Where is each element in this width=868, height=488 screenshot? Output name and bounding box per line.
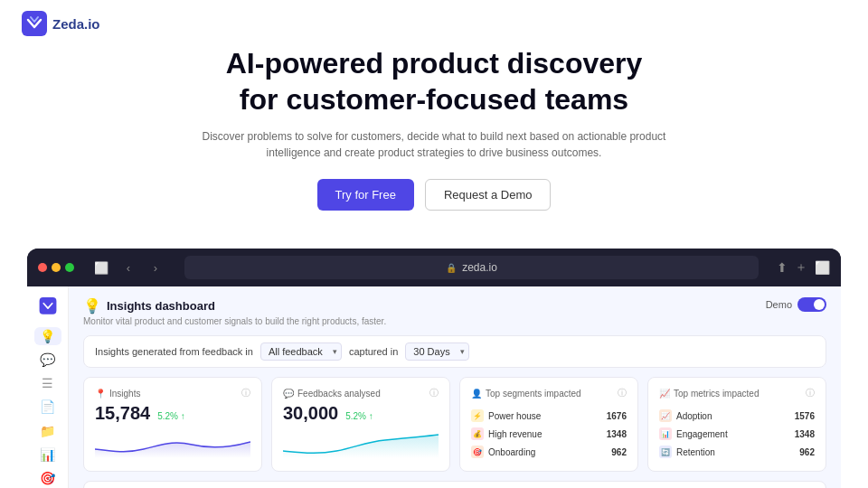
- copy-icon[interactable]: ⬜: [815, 260, 830, 275]
- feedbacks-value: 30,000: [283, 403, 338, 424]
- metric-row-adoption: 📈 Adoption 1576: [659, 407, 815, 425]
- dashboard: 💡 💬 ☰ 📄 📁 📊 🎯 📢 💡 Insights dashboard Mon…: [27, 286, 841, 488]
- highrevenue-icon: 💰: [471, 427, 484, 440]
- stats-row: 📍 Insights ⓘ 15,784 5.2% ↑: [83, 377, 826, 472]
- hero-title: AI-powered product discovery for custome…: [18, 45, 850, 117]
- metric-row-retention: 🔄 Retention 962: [659, 443, 815, 461]
- segments-icon: 👤: [471, 389, 482, 399]
- segment-row-powerhouse: ⚡ Power house 1676: [471, 407, 627, 425]
- segment-row-highrevenue: 💰 High revenue 1348: [471, 425, 627, 443]
- dashboard-title-icon: 💡: [83, 297, 101, 314]
- segments-info-icon[interactable]: ⓘ: [618, 387, 627, 399]
- feedback-filter-select[interactable]: All feedback: [260, 343, 342, 361]
- retention-icon: 🔄: [659, 446, 672, 458]
- adoption-icon: 📈: [659, 409, 672, 422]
- feedback-filter-wrap: All feedback: [260, 343, 342, 361]
- onboarding-icon: 🎯: [471, 446, 484, 458]
- metrics-card-title: 📈 Top metrics impacted: [659, 389, 759, 399]
- sidebar: 💡 💬 ☰ 📄 📁 📊 🎯 📢: [27, 286, 69, 488]
- feedbacks-icon: 💬: [283, 389, 294, 399]
- svg-rect-0: [22, 11, 47, 36]
- hero-subtitle: Discover problems to solve for customers…: [199, 128, 669, 161]
- url-text: zeda.io: [462, 261, 497, 274]
- onboarding-count: 962: [611, 447, 627, 457]
- try-free-button[interactable]: Try for Free: [317, 179, 414, 211]
- browser-toolbar: ⬜ ‹ › 🔒 zeda.io ⬆ ＋ ⬜: [27, 249, 841, 286]
- dashboard-header: 💡 Insights dashboard Monitor vital produ…: [83, 297, 826, 326]
- dashboard-title: Insights dashboard: [107, 299, 215, 313]
- metric-row-engagement: 📊 Engagement 1348: [659, 425, 815, 443]
- browser-nav-buttons: ⬜ ‹ ›: [90, 257, 166, 278]
- insights-card: 📍 Insights ⓘ 15,784 5.2% ↑: [83, 377, 262, 472]
- metric-rows: 📈 Adoption 1576 📊 Engagement 1348: [659, 407, 815, 461]
- segments-card-title: 👤 Top segments impacted: [471, 389, 581, 399]
- toggle-switch[interactable]: [797, 297, 826, 312]
- logo[interactable]: Zeda.io: [22, 11, 100, 36]
- dashboard-title-section: 💡 Insights dashboard Monitor vital produ…: [83, 297, 386, 326]
- segment-row-onboarding: 🎯 Onboarding 962: [471, 443, 627, 461]
- insights-card-title: 📍 Insights: [95, 389, 140, 399]
- segments-card: 👤 Top segments impacted ⓘ ⚡ Power house …: [459, 377, 638, 472]
- powerhouse-count: 1676: [607, 411, 627, 421]
- dashboard-subtitle: Monitor vital product and customer signa…: [83, 316, 386, 326]
- filter-bar: Insights generated from feedback in All …: [83, 335, 826, 368]
- sidebar-item-chart[interactable]: 📊: [34, 446, 61, 464]
- demo-toggle[interactable]: Demo: [766, 297, 826, 312]
- sidebar-item-feedback[interactable]: 💬: [34, 351, 61, 369]
- feedbacks-card: 💬 Feedbacks analysed ⓘ 30,000 5.2% ↑: [271, 377, 450, 472]
- back-icon[interactable]: ‹: [118, 257, 139, 278]
- filter-label: Insights generated from feedback in: [95, 346, 253, 357]
- new-tab-icon[interactable]: ＋: [795, 259, 807, 276]
- sidebar-item-target[interactable]: 🎯: [34, 469, 61, 487]
- close-button[interactable]: [38, 263, 47, 272]
- feedbacks-info-icon[interactable]: ⓘ: [429, 387, 439, 399]
- hero-buttons: Try for Free Request a Demo: [18, 179, 850, 211]
- days-filter-select[interactable]: 30 Days: [405, 343, 469, 361]
- sidebar-item-list[interactable]: ☰: [34, 374, 61, 392]
- insights-value: 15,784: [95, 403, 150, 424]
- share-icon[interactable]: ⬆: [777, 260, 788, 275]
- metrics-info-icon[interactable]: ⓘ: [806, 387, 815, 399]
- url-bar[interactable]: 🔒 zeda.io: [184, 256, 759, 279]
- forward-icon[interactable]: ›: [145, 257, 166, 278]
- days-filter-wrap: 30 Days: [405, 343, 469, 361]
- highrevenue-count: 1348: [607, 429, 627, 439]
- main-content: 💡 Insights dashboard Monitor vital produ…: [69, 286, 841, 488]
- segment-rows: ⚡ Power house 1676 💰 High revenue 1348: [471, 407, 627, 461]
- navbar: Zeda.io: [0, 0, 868, 47]
- trending-bar: 📈 Trending insights ⓘ Ranked on No. of f…: [83, 481, 826, 488]
- adoption-count: 1576: [795, 411, 815, 421]
- browser-window: ⬜ ‹ › 🔒 zeda.io ⬆ ＋ ⬜ 💡 💬 ☰ 📄 📁 📊: [27, 249, 841, 488]
- retention-count: 962: [799, 447, 815, 457]
- insights-info-icon[interactable]: ⓘ: [241, 387, 250, 399]
- demo-label: Demo: [766, 299, 792, 310]
- feedbacks-chart: [283, 431, 439, 458]
- engagement-count: 1348: [795, 429, 815, 439]
- request-demo-button[interactable]: Request a Demo: [425, 179, 552, 211]
- tab-view-icon[interactable]: ⬜: [90, 257, 112, 278]
- sidebar-item-insights[interactable]: 💡: [34, 327, 61, 345]
- feedbacks-card-title: 💬 Feedbacks analysed: [283, 389, 381, 399]
- sidebar-item-doc[interactable]: 📄: [34, 398, 61, 416]
- engagement-icon: 📊: [659, 427, 672, 440]
- metrics-card: 📈 Top metrics impacted ⓘ 📈 Adoption 1576: [647, 377, 826, 472]
- powerhouse-icon: ⚡: [471, 409, 484, 422]
- logo-text: Zeda.io: [52, 16, 100, 32]
- maximize-button[interactable]: [65, 263, 74, 272]
- window-controls: [38, 263, 74, 272]
- insights-chart: [95, 431, 250, 458]
- insights-change: 5.2% ↑: [157, 411, 185, 421]
- lock-icon: 🔒: [446, 263, 457, 273]
- feedbacks-change: 5.2% ↑: [345, 411, 373, 421]
- browser-right-actions: ⬆ ＋ ⬜: [777, 259, 830, 276]
- insights-icon: 📍: [95, 389, 106, 399]
- svg-rect-1: [39, 297, 56, 314]
- filter-captured-label: captured in: [349, 346, 398, 357]
- metrics-icon: 📈: [659, 389, 670, 399]
- sidebar-item-folder[interactable]: 📁: [34, 421, 61, 439]
- minimize-button[interactable]: [52, 263, 61, 272]
